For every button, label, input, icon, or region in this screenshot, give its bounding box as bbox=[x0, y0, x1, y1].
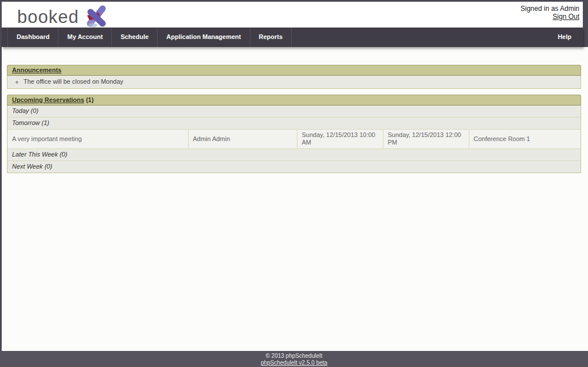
group-row-later-this-week: Later This Week (0) bbox=[7, 149, 581, 161]
content-area: Announcements The office will be closed … bbox=[2, 47, 588, 351]
logo-text: booked bbox=[17, 6, 79, 29]
footer: © 2013 phpScheduleIt phpScheduleIt v2.5.… bbox=[0, 351, 588, 367]
footer-version-link[interactable]: phpScheduleIt v2.5.0 beta bbox=[261, 360, 327, 366]
reservation-title-cell: A very important meeting bbox=[7, 130, 188, 149]
nav-item-reports[interactable]: Reports bbox=[250, 28, 292, 47]
reservation-end-cell: Sunday, 12/15/2013 12:00 PM bbox=[383, 130, 469, 149]
upcoming-reservations-panel: Upcoming Reservations(1) Today (0) Tomor… bbox=[7, 95, 581, 173]
nav-item-schedule[interactable]: Schedule bbox=[112, 28, 158, 47]
nav-spacer bbox=[292, 28, 546, 47]
group-row-next-week: Next Week (0) bbox=[7, 161, 581, 173]
nav-item-application-management[interactable]: Application Management bbox=[158, 28, 250, 47]
main-navigation: Dashboard My Account Schedule Applicatio… bbox=[2, 28, 583, 47]
masthead: booked Signed in as Admin Sign Out bbox=[2, 2, 583, 28]
footer-copyright: © 2013 phpScheduleIt bbox=[0, 353, 588, 360]
page: booked Signed in as Admin Sign Out Dashb… bbox=[0, 2, 588, 367]
announcements-header: Announcements bbox=[7, 65, 581, 76]
announcements-title-link[interactable]: Announcements bbox=[12, 67, 61, 73]
group-row-tomorrow: Tomorrow (1) bbox=[7, 117, 581, 129]
upcoming-reservations-body: Today (0) Tomorrow (1) A very important … bbox=[7, 106, 581, 173]
upcoming-reservations-title-link[interactable]: Upcoming Reservations bbox=[12, 96, 84, 103]
signed-in-as-label: Signed in as Admin bbox=[520, 5, 579, 13]
signin-area: Signed in as Admin Sign Out bbox=[520, 5, 579, 21]
reservation-count: (1) bbox=[86, 96, 93, 103]
reservation-start-cell: Sunday, 12/15/2013 10:00 AM bbox=[297, 130, 383, 149]
announcements-list: The office will be closed on Monday bbox=[7, 76, 581, 88]
announcements-body: The office will be closed on Monday bbox=[7, 76, 581, 89]
reservation-table: A very important meeting Admin Admin Sun… bbox=[7, 129, 581, 149]
logo[interactable]: booked bbox=[17, 3, 109, 31]
announcement-item: The office will be closed on Monday bbox=[23, 77, 576, 85]
reservation-user-cell: Admin Admin bbox=[188, 130, 297, 149]
group-row-today: Today (0) bbox=[7, 106, 581, 117]
sign-out-link[interactable]: Sign Out bbox=[552, 13, 579, 21]
upcoming-reservations-header: Upcoming Reservations(1) bbox=[7, 95, 581, 106]
reservation-resource-cell: Conference Room 1 bbox=[469, 130, 581, 149]
nav-item-my-account[interactable]: My Account bbox=[58, 28, 112, 47]
nav-item-help[interactable]: Help bbox=[546, 28, 583, 47]
announcements-panel: Announcements The office will be closed … bbox=[7, 65, 581, 89]
reservation-row[interactable]: A very important meeting Admin Admin Sun… bbox=[7, 130, 581, 149]
nav-item-dashboard[interactable]: Dashboard bbox=[7, 28, 58, 47]
